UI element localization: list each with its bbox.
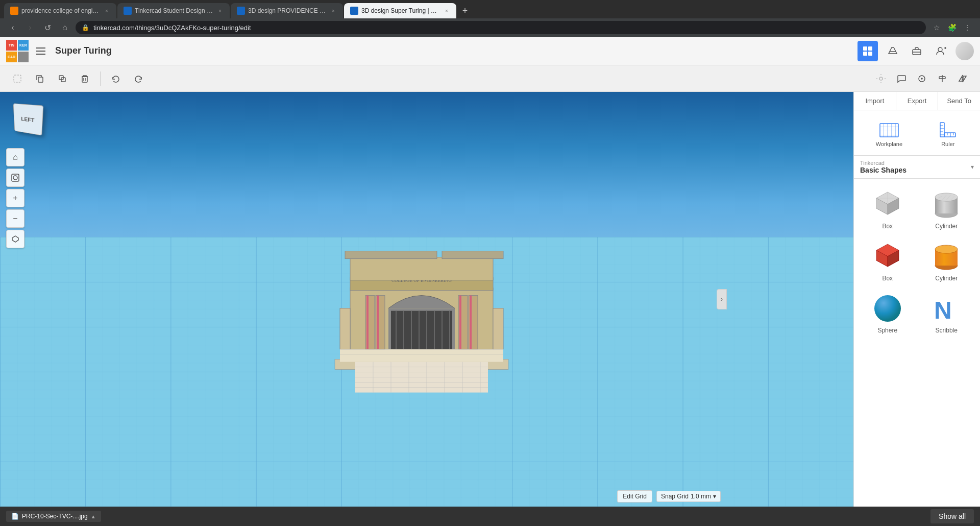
align-tool[interactable] (933, 69, 951, 88)
panel-collapse-button[interactable]: › (717, 289, 727, 309)
download-chevron-icon: ▲ (91, 514, 96, 519)
scribble-icon: N (930, 292, 963, 325)
new-tab-button[interactable]: + (457, 3, 473, 18)
back-button[interactable]: ‹ (6, 21, 19, 34)
section-dropdown-icon[interactable]: ▾ (971, 163, 974, 171)
zoom-in-button[interactable]: + (6, 189, 24, 207)
tab-title-3: 3D design PROVIDENCE | Tinker... (248, 7, 327, 14)
cylinder-orange-icon (930, 240, 963, 273)
svg-point-80 (13, 176, 17, 180)
tinkercad-logo[interactable]: TIN KER CAD (6, 40, 29, 62)
user-avatar[interactable] (955, 42, 974, 60)
extensions-button[interactable]: 🧩 (945, 21, 959, 34)
deselect-button[interactable] (8, 69, 27, 88)
add-user-button[interactable] (931, 41, 951, 61)
browser-tab-1[interactable]: providence college of engineerin... × (4, 3, 116, 18)
edit-grid-button[interactable]: Edit Grid (617, 490, 652, 503)
project-title: Super Turing (53, 45, 112, 56)
rotate-tool[interactable] (913, 69, 931, 88)
undo-button[interactable] (107, 69, 125, 88)
shape-item-cylinder-gray[interactable]: Cylinder (919, 185, 974, 233)
tab-close-3[interactable]: × (330, 7, 337, 14)
shape-label-scribble: Scribble (936, 327, 958, 334)
reload-button[interactable]: ↺ (41, 21, 54, 34)
svg-rect-61 (350, 257, 493, 280)
snap-grid-control[interactable]: Snap Grid 1.0 mm ▾ (656, 491, 721, 502)
workplane-label: Workplane (876, 141, 902, 147)
canvas-area[interactable]: PROVIDENCE COLLEGE OF ENGINEERING (0, 92, 853, 507)
tab-title-1: providence college of engineerin... (21, 7, 100, 14)
home-view-button[interactable]: ⌂ (6, 148, 24, 166)
bookmark-button[interactable]: ☆ (930, 21, 943, 34)
zoom-out-button[interactable]: − (6, 209, 24, 228)
tab-close-4[interactable]: × (443, 7, 450, 14)
shapes-section-header: Tinkercad Basic Shapes ▾ (854, 156, 980, 179)
browser-tab-3[interactable]: 3D design PROVIDENCE | Tinker... × (231, 3, 343, 18)
download-item[interactable]: 📄 PRC-10-Sec-TVC-....jpg ▲ (6, 511, 101, 522)
building-model: PROVIDENCE COLLEGE OF ENGINEERING (294, 206, 549, 400)
tab-close-2[interactable]: × (216, 7, 224, 14)
panel-top-icons: Workplane Ruler (854, 110, 980, 156)
shape-item-scribble[interactable]: N Scribble (919, 289, 974, 337)
right-panel: Import Export Send To (853, 92, 980, 507)
snap-grid-chevron-icon: ▾ (713, 493, 716, 500)
nav-bar: ‹ › ↺ ⌂ 🔒 tinkercad.com/things/3uDcQZAkF… (0, 18, 980, 37)
browser-tab-2[interactable]: Tinkercad Student Design Conte... × (117, 3, 230, 18)
hamburger-menu-button[interactable] (33, 43, 49, 59)
redo-button[interactable] (129, 69, 148, 88)
svg-rect-88 (944, 133, 955, 137)
workplane-button[interactable]: Workplane (872, 116, 906, 149)
comment-tool[interactable] (892, 69, 911, 88)
build-button[interactable] (882, 41, 902, 61)
shapes-grid: Box (854, 179, 980, 343)
svg-rect-56 (470, 296, 472, 349)
forward-button[interactable]: › (23, 21, 37, 34)
svg-point-17 (879, 77, 883, 80)
tab-title-4: 3D design Super Turing | Tinkerc... (361, 7, 440, 14)
left-tools-panel: ⌂ + − (6, 148, 24, 248)
download-file-name: PRC-10-Sec-TVC-....jpg (22, 513, 88, 520)
light-tool[interactable] (872, 69, 890, 88)
copy-button[interactable] (31, 69, 49, 88)
grid-view-button[interactable] (857, 41, 878, 61)
shape-item-box-red[interactable]: Box (860, 237, 915, 285)
svg-rect-11 (14, 75, 21, 82)
browser-tab-4[interactable]: 3D design Super Turing | Tinkerc... × (344, 3, 456, 18)
svg-rect-41 (391, 311, 452, 349)
workplane-icon (879, 118, 899, 139)
delete-button[interactable] (76, 69, 94, 88)
shape-item-box-gray[interactable]: Box (860, 185, 915, 233)
settings-button[interactable]: ⋮ (961, 21, 974, 34)
svg-rect-2 (868, 46, 872, 51)
send-to-button[interactable]: Send To (938, 92, 980, 110)
perspective-button[interactable] (6, 230, 24, 248)
svg-rect-16 (82, 77, 87, 82)
svg-point-0 (12, 8, 17, 13)
svg-rect-53 (377, 296, 379, 349)
tab-close-1[interactable]: × (103, 7, 110, 14)
show-all-button[interactable]: Show all (930, 509, 974, 523)
view-cube[interactable]: LEFT (12, 104, 48, 140)
export-button[interactable]: Export (896, 92, 939, 110)
duplicate-button[interactable] (53, 69, 71, 88)
mirror-tool[interactable] (953, 69, 972, 88)
shape-item-sphere-teal[interactable]: Sphere (860, 289, 915, 337)
shape-label-cylinder-orange: Cylinder (935, 275, 958, 282)
svg-rect-64 (340, 308, 350, 349)
fit-view-button[interactable] (6, 169, 24, 187)
svg-rect-4 (868, 52, 872, 56)
svg-marker-28 (963, 76, 966, 81)
svg-rect-57 (459, 296, 461, 349)
shape-item-cylinder-orange[interactable]: Cylinder (919, 237, 974, 285)
home-button[interactable]: ⌂ (58, 21, 71, 34)
download-file-icon: 📄 (11, 513, 19, 520)
svg-rect-52 (366, 296, 369, 349)
address-bar[interactable]: 🔒 tinkercad.com/things/3uDcQZAkFKo-super… (76, 21, 926, 34)
shape-label-cylinder-gray: Cylinder (935, 223, 958, 230)
import-button[interactable]: Import (854, 92, 896, 110)
box-red-icon (871, 240, 904, 273)
ruler-button[interactable]: Ruler (934, 116, 962, 149)
app-layout: TIN KER CAD Super Turing (0, 37, 980, 526)
snap-grid-value: 1.0 mm (691, 493, 711, 500)
briefcase-button[interactable] (906, 41, 927, 61)
